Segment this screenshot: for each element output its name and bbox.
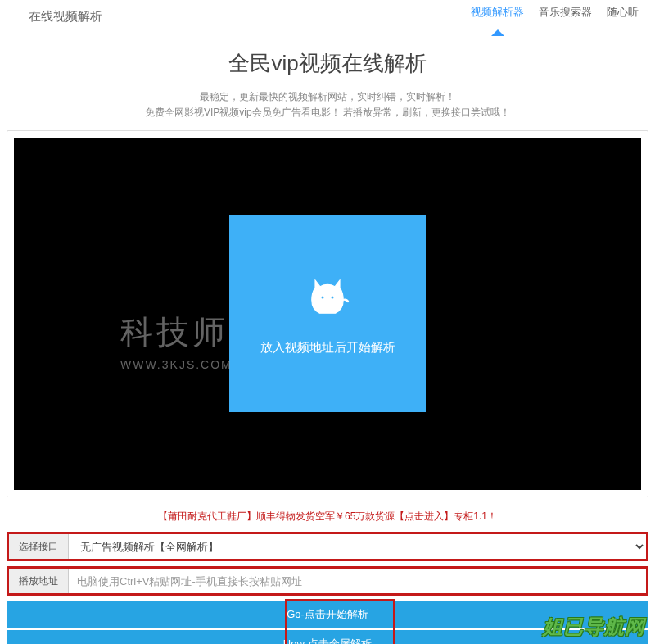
new-button[interactable]: New-点击全屏解析 <box>7 630 648 644</box>
svg-point-0 <box>322 296 324 298</box>
button-row: Go-点击开始解析 New-点击全屏解析 <box>7 601 648 644</box>
watermark: 科技师 WWW.3KJS.COM <box>120 310 233 371</box>
watermark-sub: WWW.3KJS.COM <box>120 358 233 371</box>
address-label: 播放地址 <box>9 569 69 593</box>
cat-icon <box>303 273 352 325</box>
nav-video-parser[interactable]: 视频解析器 <box>471 5 524 29</box>
interface-select[interactable]: 无广告视频解析【全网解析】 <box>69 534 646 559</box>
interface-row: 选择接口 无广告视频解析【全网解析】 <box>7 532 648 561</box>
player-placeholder-text: 放入视频地址后开始解析 <box>260 340 395 356</box>
go-button[interactable]: Go-点击开始解析 <box>7 601 648 628</box>
subtitle-line2: 免费全网影视VIP视频vip会员免广告看电影！ 若播放异常，刷新，更换接口尝试哦… <box>0 105 655 120</box>
interface-label: 选择接口 <box>9 534 69 559</box>
ad-link[interactable]: 【莆田耐克代工鞋厂】顺丰得物发货空军￥65万款货源【点击进入】专柜1.1！ <box>0 510 655 524</box>
video-container: 科技师 WWW.3KJS.COM 放入视频地址后开始解析 <box>7 130 648 497</box>
header: 在线视频解析 视频解析器 音乐搜索器 随心听 <box>0 0 655 34</box>
brand-title: 在线视频解析 <box>29 9 102 25</box>
nav-music-search[interactable]: 音乐搜索器 <box>539 5 592 29</box>
watermark-main: 科技师 <box>120 310 233 355</box>
nav: 视频解析器 音乐搜索器 随心听 <box>471 5 639 29</box>
subtitle: 最稳定，更新最快的视频解析网站，实时纠错，实时解析！ 免费全网影视VIP视频vi… <box>0 89 655 120</box>
nav-listen[interactable]: 随心听 <box>607 5 639 29</box>
address-row: 播放地址 <box>7 566 648 596</box>
svg-point-1 <box>332 296 334 298</box>
player-placeholder: 放入视频地址后开始解析 <box>229 215 426 412</box>
video-player[interactable]: 科技师 WWW.3KJS.COM 放入视频地址后开始解析 <box>14 138 641 490</box>
subtitle-line1: 最稳定，更新最快的视频解析网站，实时纠错，实时解析！ <box>0 89 655 105</box>
page-title: 全民vip视频在线解析 <box>0 49 655 78</box>
address-input[interactable] <box>69 569 646 593</box>
